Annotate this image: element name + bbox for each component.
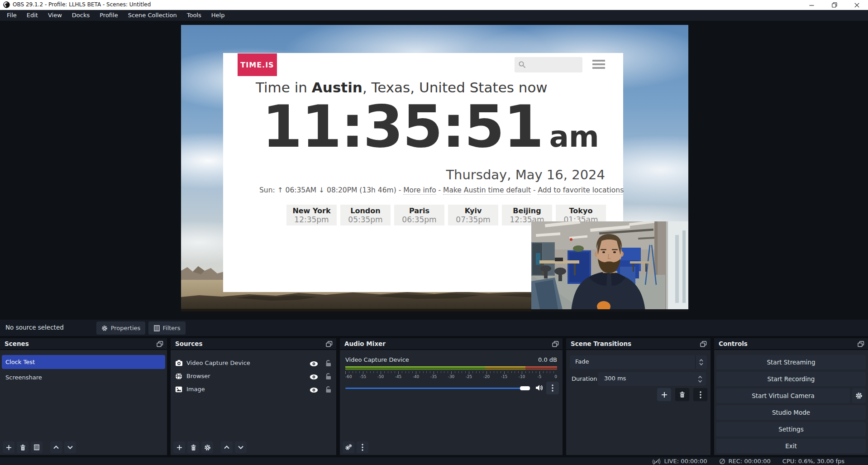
mixer-channel-name: Video Capture Device bbox=[345, 356, 409, 363]
add-favorite-link[interactable]: Add to favorite locations bbox=[538, 186, 624, 195]
remove-source-button[interactable] bbox=[187, 441, 199, 453]
kebab-icon bbox=[362, 444, 363, 451]
move-scene-down-button[interactable] bbox=[64, 441, 76, 453]
menu-profile[interactable]: Profile bbox=[95, 10, 123, 21]
move-scene-up-button[interactable] bbox=[50, 441, 62, 453]
duration-spinbox[interactable]: 300 ms bbox=[598, 372, 706, 386]
menu-bar: File Edit View Docks Profile Scene Colle… bbox=[0, 10, 868, 21]
visibility-eye-icon[interactable] bbox=[310, 361, 318, 367]
controls-header[interactable]: Controls bbox=[714, 338, 868, 350]
clock-ampm: am bbox=[549, 120, 599, 153]
search-input[interactable] bbox=[515, 57, 582, 72]
city-kyiv[interactable]: Kyiv 07:35pm bbox=[448, 205, 498, 225]
menu-scene-collection[interactable]: Scene Collection bbox=[123, 10, 182, 21]
source-item-video-capture[interactable]: Video Capture Device bbox=[171, 356, 336, 369]
minimize-button[interactable] bbox=[804, 0, 819, 10]
lock-open-icon[interactable] bbox=[325, 360, 332, 367]
audio-mixer-toolbar bbox=[343, 441, 368, 453]
menu-tools[interactable]: Tools bbox=[182, 10, 206, 21]
controls-dock: Controls Start Streaming Start Recording… bbox=[714, 338, 868, 455]
sources-dock-header[interactable]: Sources bbox=[171, 338, 336, 350]
advanced-audio-button[interactable] bbox=[343, 441, 354, 453]
source-item-image[interactable]: Image bbox=[171, 383, 336, 396]
start-recording-button[interactable]: Start Recording bbox=[716, 372, 866, 386]
menu-view[interactable]: View bbox=[43, 10, 67, 21]
mixer-menu-button[interactable] bbox=[357, 441, 368, 453]
popout-icon[interactable] bbox=[858, 341, 864, 347]
source-properties-button[interactable] bbox=[201, 441, 213, 453]
city-name: Beijing bbox=[502, 206, 552, 215]
lock-open-icon[interactable] bbox=[325, 373, 332, 380]
city-newyork[interactable]: New York 12:35pm bbox=[286, 205, 337, 225]
scenes-dock-header[interactable]: Scenes bbox=[0, 338, 167, 350]
popout-icon[interactable] bbox=[700, 341, 707, 347]
remove-transition-button[interactable] bbox=[675, 388, 689, 401]
city-paris[interactable]: Paris 06:35pm bbox=[394, 205, 444, 225]
visibility-eye-icon[interactable] bbox=[310, 387, 318, 393]
mixer-options-button[interactable] bbox=[546, 382, 559, 394]
properties-button[interactable]: Properties bbox=[96, 321, 145, 335]
remove-scene-button[interactable] bbox=[17, 441, 29, 453]
live-clock: 11:35:51 am bbox=[262, 96, 599, 157]
transitions-toolbar bbox=[657, 388, 707, 401]
menu-file[interactable]: File bbox=[2, 10, 22, 21]
exit-button[interactable]: Exit bbox=[716, 439, 866, 453]
tick-label: -30 bbox=[448, 374, 455, 379]
settings-button[interactable]: Settings bbox=[716, 422, 866, 436]
preview-canvas[interactable]: TIME.IS Time in Austin, Texas, United St… bbox=[181, 25, 688, 312]
stats-text: CPU: 0.6%, 30.00 fps bbox=[782, 458, 844, 465]
lock-open-icon[interactable] bbox=[325, 386, 332, 393]
timeis-logo[interactable]: TIME.IS bbox=[238, 53, 277, 76]
duration-spin-arrows[interactable] bbox=[698, 372, 702, 386]
popout-icon[interactable] bbox=[157, 341, 163, 347]
city-name: Paris bbox=[394, 206, 444, 215]
start-virtual-camera-button[interactable]: Start Virtual Camera bbox=[716, 388, 850, 403]
more-info-link[interactable]: More info bbox=[403, 186, 436, 195]
popout-icon[interactable] bbox=[326, 341, 333, 347]
plus-icon bbox=[6, 445, 12, 451]
visibility-eye-icon[interactable] bbox=[310, 374, 318, 380]
scene-item-screenshare[interactable]: Screenshare bbox=[5, 372, 42, 383]
transitions-header[interactable]: Scene Transitions bbox=[566, 338, 711, 350]
button-label: Exit bbox=[785, 442, 797, 450]
move-source-up-button[interactable] bbox=[221, 441, 233, 453]
tick-label: -45 bbox=[395, 374, 402, 379]
volume-slider-handle[interactable] bbox=[520, 386, 530, 390]
add-scene-button[interactable] bbox=[3, 441, 14, 453]
sources-toolbar bbox=[173, 441, 247, 453]
scene-label: Clock Test bbox=[5, 359, 35, 365]
scene-filters-button[interactable] bbox=[31, 441, 43, 453]
restore-button[interactable] bbox=[827, 0, 842, 10]
add-source-button[interactable] bbox=[173, 441, 185, 453]
transition-select[interactable]: Fade bbox=[570, 355, 707, 369]
broadcast-muted-icon bbox=[652, 458, 661, 465]
menu-docks[interactable]: Docks bbox=[67, 10, 95, 21]
move-source-down-button[interactable] bbox=[235, 441, 247, 453]
filters-icon bbox=[154, 325, 160, 331]
add-transition-button[interactable] bbox=[657, 388, 671, 401]
close-button[interactable] bbox=[849, 0, 864, 10]
webcam-video-source bbox=[531, 221, 688, 312]
filters-button[interactable]: Filters bbox=[148, 321, 186, 335]
audio-mixer-title: Audio Mixer bbox=[344, 340, 386, 347]
make-default-link[interactable]: Make Austin time default bbox=[443, 186, 531, 195]
audio-mixer-header[interactable]: Audio Mixer bbox=[340, 338, 563, 350]
city-london[interactable]: London 05:35pm bbox=[340, 205, 391, 225]
transition-select-arrows[interactable] bbox=[695, 355, 707, 369]
hamburger-menu-icon[interactable] bbox=[592, 60, 605, 69]
chevron-down-icon bbox=[67, 446, 73, 449]
meter-major-ticks bbox=[345, 371, 557, 374]
scene-item-clock-test[interactable]: Clock Test bbox=[2, 355, 165, 369]
menu-help[interactable]: Help bbox=[206, 10, 230, 21]
menu-edit[interactable]: Edit bbox=[22, 10, 43, 21]
popout-icon[interactable] bbox=[552, 341, 559, 347]
volume-slider[interactable] bbox=[345, 388, 530, 389]
virtual-camera-config-button[interactable] bbox=[852, 388, 866, 403]
speaker-icon[interactable] bbox=[535, 384, 543, 391]
tick-label: -35 bbox=[430, 374, 437, 379]
source-item-browser[interactable]: Browser bbox=[171, 369, 336, 383]
studio-mode-button[interactable]: Studio Mode bbox=[716, 405, 866, 420]
rec-status: REC: 00:00:00 bbox=[719, 458, 771, 465]
transition-options-button[interactable] bbox=[693, 388, 707, 401]
start-streaming-button[interactable]: Start Streaming bbox=[716, 355, 866, 369]
